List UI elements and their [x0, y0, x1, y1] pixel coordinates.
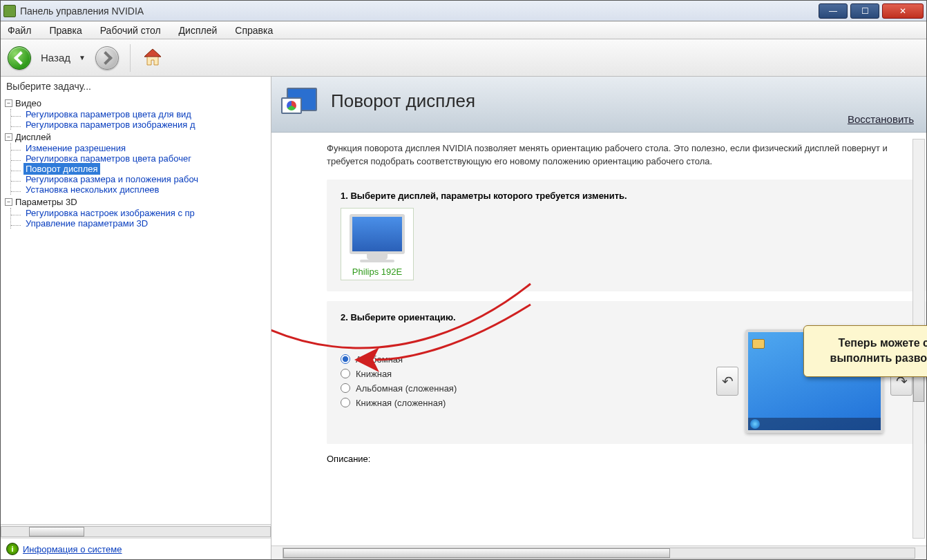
orientation-option[interactable]: Альбомная (сложенная): [341, 383, 457, 394]
annotation-callout: Теперь можете с легкостью выполнить разв…: [803, 325, 927, 377]
orientation-radio[interactable]: [341, 398, 350, 407]
toolbar-separator: [130, 44, 131, 72]
select-display-section: 1. Выберите дисплей, параметры которого …: [327, 180, 926, 291]
display-tile[interactable]: Philips 192E: [341, 208, 414, 280]
orientation-label: Книжная (сложенная): [356, 398, 446, 408]
maximize-button[interactable]: ☐: [850, 3, 879, 19]
tree-item-link[interactable]: Регулировка параметров изображения д: [23, 119, 198, 131]
home-icon: [142, 46, 164, 68]
tree-category-label: Видео: [15, 98, 41, 108]
monitor-icon: [350, 214, 405, 254]
back-history-caret-icon[interactable]: ▼: [79, 54, 86, 61]
section1-title: 1. Выберите дисплей, параметры которого …: [341, 191, 912, 201]
menu-edit[interactable]: Правка: [46, 23, 84, 38]
content-horizontal-scrollbar[interactable]: [271, 545, 926, 559]
close-button[interactable]: ✕: [882, 3, 924, 19]
window-title: Панель управления NVIDIA: [20, 6, 819, 17]
page-title: Поворот дисплея: [331, 90, 475, 112]
toolbar: Назад ▼: [1, 39, 926, 77]
svg-marker-1: [144, 49, 161, 57]
info-icon: i: [6, 543, 19, 555]
tree-category-label: Параметры 3D: [15, 197, 77, 207]
orientation-radio[interactable]: [341, 354, 350, 364]
task-tree: −ВидеоРегулировка параметров цвета для в…: [5, 97, 271, 229]
system-info-link[interactable]: Информация о системе: [23, 544, 122, 554]
menu-desktop[interactable]: Рабочий стол: [97, 23, 164, 38]
tree-category-label: Дисплей: [15, 132, 51, 142]
callout-line1: Теперь можете с легкостью: [818, 336, 927, 351]
orientation-label: Альбомная: [356, 354, 403, 365]
tree-item-link[interactable]: Установка нескольких дисплеев: [23, 184, 162, 195]
back-button[interactable]: [8, 46, 31, 70]
sidebar: Выберите задачу... −ВидеоРегулировка пар…: [1, 77, 271, 559]
menu-display[interactable]: Дисплей: [176, 23, 220, 38]
description-heading: Описание:: [327, 454, 926, 464]
tree-toggle[interactable]: −: [5, 133, 12, 141]
tree-item-link[interactable]: Управление параметрами 3D: [23, 218, 150, 229]
forward-button[interactable]: [95, 46, 119, 70]
sidebar-horizontal-scrollbar[interactable]: [1, 524, 271, 538]
orientation-radio[interactable]: [341, 383, 350, 393]
orientation-radio[interactable]: [341, 369, 350, 378]
content-pane: Поворот дисплея Восстановить Функция пов…: [271, 77, 926, 559]
orientation-label: Альбомная (сложенная): [356, 383, 457, 394]
app-icon: [3, 5, 16, 17]
page-icon: [281, 85, 320, 124]
home-button[interactable]: [142, 46, 165, 70]
restore-defaults-link[interactable]: Восстановить: [848, 113, 914, 125]
menu-file[interactable]: Файл: [5, 23, 34, 38]
orientation-option[interactable]: Альбомная: [341, 354, 457, 365]
display-name-label: Philips 192E: [350, 267, 405, 277]
orientation-option[interactable]: Книжная: [341, 369, 457, 379]
back-label: Назад: [41, 52, 70, 64]
content-header: Поворот дисплея Восстановить: [271, 77, 926, 133]
minimize-button[interactable]: —: [819, 3, 848, 19]
desktop-folder-icon: [752, 339, 765, 349]
sidebar-header: Выберите задачу...: [1, 77, 271, 96]
callout-line2: выполнить разворот десплея!: [818, 351, 927, 366]
section2-title: 2. Выберите ориентацию.: [341, 312, 912, 322]
menu-help[interactable]: Справка: [232, 23, 276, 38]
rotate-ccw-button[interactable]: ↶: [716, 367, 738, 396]
menubar: Файл Правка Рабочий стол Дисплей Справка: [1, 21, 926, 39]
tree-toggle[interactable]: −: [5, 99, 12, 107]
orientation-option[interactable]: Книжная (сложенная): [341, 398, 457, 408]
page-description: Функция поворота дисплея NVIDIA позволяе…: [327, 142, 926, 168]
tree-toggle[interactable]: −: [5, 198, 12, 206]
orientation-label: Книжная: [356, 369, 392, 379]
titlebar: Панель управления NVIDIA — ☐ ✕: [1, 1, 926, 21]
